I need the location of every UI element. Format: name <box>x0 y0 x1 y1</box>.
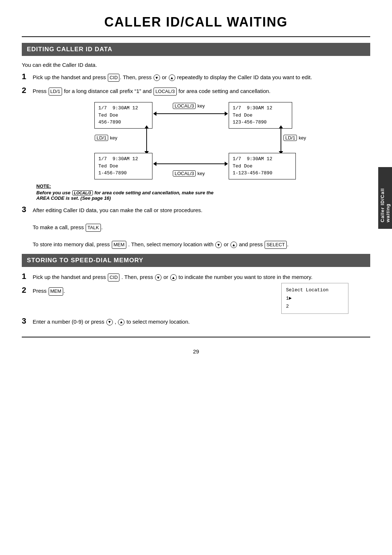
step1-or: or <box>162 74 167 80</box>
note-title: NOTE: <box>36 183 370 189</box>
lcd-br: 1/7 9:30AM 12 Ted Doe 1-123-456-7890 <box>229 153 296 179</box>
select-location-box: Select Location 1► 2 <box>281 283 348 313</box>
lcd-tl: 1/7 9:30AM 12 Ted Doe 456-7890 <box>94 102 152 129</box>
arrow-left-head <box>153 112 156 116</box>
select-location-line1: Select Location <box>286 286 344 294</box>
lcd-tr: 1/7 9:30AM 12 Ted Doe 123-456-7890 <box>229 102 292 129</box>
sub-store-text1: To store into memory dial, press <box>33 241 110 247</box>
storing-step1-text1: Pick up the handset and press <box>33 274 106 280</box>
local3-key-top-label: LOCAL/3 key <box>172 103 205 109</box>
right-vert-arrow <box>279 125 283 154</box>
select-location-line3: 2 <box>286 303 344 311</box>
arrow-left-head-bot <box>153 162 156 166</box>
storing-step1-content: Pick up the handset and press CID . Then… <box>33 273 370 281</box>
step3-content: After editing Caller ID data, you can ma… <box>33 206 370 249</box>
page: CALLER ID/CALL WAITING EDITING CALLER ID… <box>0 0 392 555</box>
storing-step3-text3: to select memory location. <box>126 319 189 325</box>
step1-text2: . Then, press <box>120 74 151 80</box>
diagram-container: 1/7 9:30AM 12 Ted Doe 456-7890 1/7 9:30A… <box>94 102 319 178</box>
step1-content: Pick up the handset and press CID. Then,… <box>33 73 370 82</box>
lcd-bl: 1/7 9:30AM 12 Ted Doe 1-456-7890 <box>94 153 152 179</box>
storing-step3-text2: , <box>115 319 116 325</box>
local3-key-a: LOCAL/3 <box>154 88 176 96</box>
note-text: Before you use LOCAL/3 for area code set… <box>36 190 370 201</box>
editing-intro: You can edit the Caller ID data. <box>22 62 370 68</box>
up-btn: ▲ <box>169 74 175 81</box>
note-text1: Before you use <box>36 190 70 195</box>
step2-text1: Press <box>33 88 46 94</box>
diagram-area: 1/7 9:30AM 12 Ted Doe 456-7890 1/7 9:30A… <box>44 102 370 178</box>
ld1-key-left-label: LD/1 key <box>94 135 117 141</box>
storing-step1-text4: to indicate the number you want to store… <box>179 274 313 280</box>
cid-key2: CID <box>108 274 119 281</box>
step2-text3: for area code setting and cancellation. <box>179 88 271 94</box>
arrow-horiz-line-top <box>156 113 225 114</box>
storing-step2-number: 2 <box>22 285 33 295</box>
step1-number: 1 <box>22 72 33 81</box>
cid-key: CID <box>108 74 119 82</box>
bottom-arrow <box>153 162 228 166</box>
step2-text2: for a long distance call prefix “1” and <box>64 88 152 94</box>
step2-number: 2 <box>22 86 33 95</box>
down-btn3: ▼ <box>155 274 162 281</box>
editing-step1: 1 Pick up the handset and press CID. The… <box>22 73 370 82</box>
arrow-vert-line-left <box>146 129 147 151</box>
storing-step1-number: 1 <box>22 272 33 281</box>
step3-text: After editing Caller ID data, you can ma… <box>33 207 203 213</box>
note-text2: for area code setting and cancellation, … <box>94 190 213 195</box>
side-tab: Caller ID/Call waiting <box>378 167 392 229</box>
up-btn3: ▲ <box>170 274 177 281</box>
arrow-right-head-bot <box>225 162 228 166</box>
storing-step3-number: 3 <box>22 316 33 326</box>
down-btn2: ▼ <box>215 242 222 248</box>
down-btn: ▼ <box>154 74 160 81</box>
editing-section-header: EDITING CALLER ID DATA <box>22 43 370 56</box>
step2-content: Press LD/1 for a long distance call pref… <box>33 87 370 96</box>
arrow-up-head-left <box>144 125 149 129</box>
storing-step2-row: 2 Press MEM. Select Location 1► 2 <box>22 287 370 313</box>
storing-step1-or: or <box>163 274 168 280</box>
talk-key: TALK <box>86 224 101 232</box>
step3-number: 3 <box>22 205 33 214</box>
storing-step3-content: Enter a number (0-9) or press ▼ , ▲ to s… <box>33 317 370 326</box>
left-vert-arrow <box>144 125 149 154</box>
page-title: CALLER ID/CALL WAITING <box>22 15 370 30</box>
page-number: 29 <box>22 348 370 355</box>
sub-store-text3: and press <box>239 241 263 247</box>
ld1-key-right: LD/1 <box>283 135 297 141</box>
note-text3: AREA CODE is set. (See page 16) <box>36 195 111 201</box>
note-section: NOTE: Before you use LOCAL/3 for area co… <box>36 183 370 201</box>
up-btn4: ▲ <box>118 319 124 325</box>
storing-step2-text: Press <box>33 288 46 294</box>
arrow-horiz-line-bottom <box>156 163 225 164</box>
mem-key-storing: MEM <box>49 287 63 295</box>
local3-key-note: LOCAL/3 <box>72 190 93 195</box>
storing-step2-content: Press MEM. <box>33 287 281 295</box>
storing-step2: 2 Press MEM. <box>22 287 281 295</box>
side-tab-text: Caller ID/Call waiting <box>380 174 391 222</box>
mem-key-edit: MEM <box>112 241 126 249</box>
sub-store-or: or <box>224 241 228 247</box>
local3-key-bottom: LOCAL/3 <box>173 170 196 177</box>
ld1-key-a: LD/1 <box>49 88 62 96</box>
ld1-key-left: LD/1 <box>95 135 108 141</box>
storing-step3: 3 Enter a number (0-9) or press ▼ , ▲ to… <box>22 317 370 326</box>
step1-text1: Pick up the handset and press <box>33 74 106 80</box>
title-rule <box>22 36 370 37</box>
editing-step2: 2 Press LD/1 for a long distance call pr… <box>22 87 370 96</box>
select-location-line2: 1► <box>286 295 344 303</box>
ld1-key-right-label: LD/1 key <box>283 135 306 141</box>
editing-step3: 3 After editing Caller ID data, you can … <box>22 206 370 249</box>
storing-step1: 1 Pick up the handset and press CID . Th… <box>22 273 370 281</box>
local3-key-bottom-label: LOCAL/3 key <box>172 170 205 177</box>
up-btn2: ▲ <box>230 242 237 248</box>
top-arrow <box>153 112 228 116</box>
storing-section-header: STORING TO SPEED-DIAL MEMORY <box>22 254 370 267</box>
sub-call-text: To make a call, press <box>33 224 84 230</box>
local3-key-top: LOCAL/3 <box>173 103 196 109</box>
sub-store-text2: . Then, select memory location with <box>128 241 213 247</box>
bottom-rule <box>22 337 370 337</box>
arrow-up-head-right <box>279 125 283 129</box>
down-btn4: ▼ <box>106 319 113 325</box>
select-key: SELECT <box>265 241 287 249</box>
